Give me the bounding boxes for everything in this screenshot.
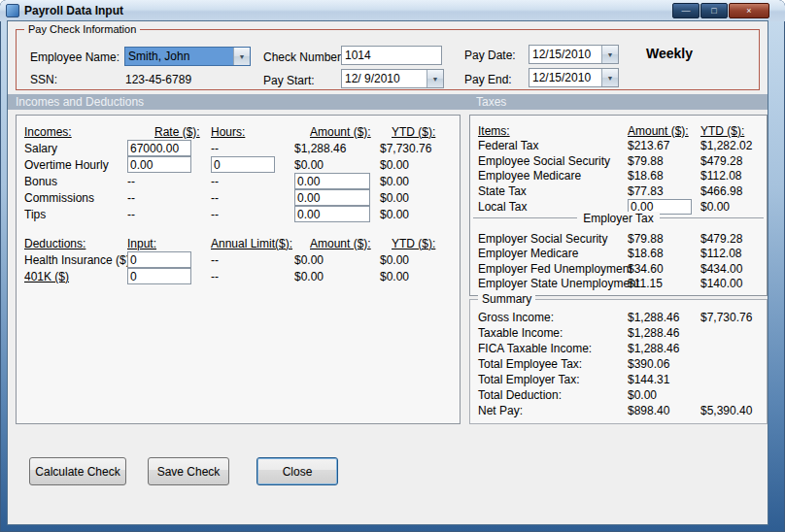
federal-tax-label: Federal Tax xyxy=(478,139,628,152)
salary-amount: $1,288.46 xyxy=(294,142,380,155)
check-number-label: Check Number: xyxy=(263,50,344,64)
health-insurance-input[interactable] xyxy=(127,251,191,268)
state-tax-label: State Tax xyxy=(478,184,628,198)
employee-medicare-row: Employee Medicare $18.68 $112.08 xyxy=(470,169,767,184)
fica-taxable-income-label: FICA Taxable Income: xyxy=(478,342,628,355)
pay-date-label: Pay Date: xyxy=(464,49,516,62)
employer-state-unemployment-amount: $11.15 xyxy=(628,277,700,290)
deductions-col-input: Input: xyxy=(127,237,211,250)
state-tax-amount: $77.83 xyxy=(628,184,700,198)
close-window-button[interactable]: × xyxy=(729,3,769,18)
paycheck-group-label: Pay Check Information xyxy=(24,23,140,35)
health-insurance-label: Health Insurance ($) xyxy=(24,253,127,267)
taxes-col-items: Items: xyxy=(478,124,628,138)
commissions-ytd: $0.00 xyxy=(380,191,460,205)
employer-state-unemployment-label: Employer State Unemployment xyxy=(478,277,628,290)
total-employer-tax-label: Total Employer Tax: xyxy=(478,373,628,386)
minimize-icon: — xyxy=(682,7,691,16)
net-pay-ytd: $5,390.40 xyxy=(700,404,767,417)
tips-hours: -- xyxy=(211,208,294,221)
overtime-ytd: $0.00 xyxy=(380,158,460,172)
employer-state-unemployment-ytd: $140.00 xyxy=(700,277,767,290)
salary-rate-input[interactable] xyxy=(127,140,191,156)
salary-row: Salary -- $1,288.46 $7,730.76 xyxy=(17,140,460,156)
check-number-input[interactable] xyxy=(341,46,442,65)
k401-amount: $0.00 xyxy=(294,270,380,283)
tips-label: Tips xyxy=(24,208,127,221)
chevron-down-icon[interactable]: ▼ xyxy=(601,46,618,63)
bonus-label: Bonus xyxy=(24,175,127,188)
employer-ss-label: Employer Social Security xyxy=(478,232,628,246)
k401-input[interactable] xyxy=(127,268,191,284)
tips-ytd: $0.00 xyxy=(380,208,460,221)
taxes-col-amount: Amount ($): xyxy=(628,124,700,138)
paycheck-info-group: Pay Check Information Employee Name: Smi… xyxy=(16,29,760,90)
employer-medicare-label: Employer Medicare xyxy=(478,247,628,260)
pay-end-picker[interactable]: 12/15/2010 ▼ xyxy=(529,68,619,87)
commissions-amount-input[interactable] xyxy=(294,189,370,206)
health-insurance-ytd: $0.00 xyxy=(380,253,460,267)
federal-tax-row: Federal Tax $213.67 $1,282.02 xyxy=(470,139,767,154)
pay-date-picker[interactable]: 12/15/2010 ▼ xyxy=(529,45,619,64)
employer-medicare-amount: $18.68 xyxy=(628,247,700,260)
total-deduction-amount: $0.00 xyxy=(628,388,700,402)
total-deduction-row: Total Deduction: $0.00 xyxy=(470,387,767,403)
employer-state-unemployment-row: Employer State Unemployment $11.15 $140.… xyxy=(470,277,767,292)
total-employer-tax-amount: $144.31 xyxy=(628,373,700,386)
gross-income-row: Gross Income: $1,288.46 $7,730.76 xyxy=(470,310,767,325)
deductions-header-row: Deductions: Input: Annual Limit($): Amou… xyxy=(17,235,460,251)
k401-row: 401K ($) -- $0.00 $0.00 xyxy=(17,268,460,284)
health-insurance-amount: $0.00 xyxy=(294,253,380,267)
employee-name-value: Smith, John xyxy=(125,48,233,65)
employee-medicare-label: Employee Medicare xyxy=(478,169,628,183)
pay-start-value: 12/ 9/2010 xyxy=(342,70,427,87)
pay-start-picker[interactable]: 12/ 9/2010 ▼ xyxy=(341,69,444,88)
chevron-down-icon[interactable]: ▼ xyxy=(233,48,250,65)
taxes-section-header: Taxes xyxy=(476,95,506,109)
local-tax-ytd: $0.00 xyxy=(700,200,767,214)
close-button[interactable]: Close xyxy=(256,457,338,485)
taxable-income-row: Taxable Income: $1,288.46 xyxy=(470,325,767,341)
commissions-label: Commissions xyxy=(24,191,127,205)
chevron-down-icon[interactable]: ▼ xyxy=(427,70,443,87)
ssn-label: SSN: xyxy=(30,73,57,86)
calculate-check-button[interactable]: Calculate Check xyxy=(29,457,126,485)
federal-tax-amount: $213.67 xyxy=(628,139,700,152)
overtime-label: Overtime Hourly xyxy=(24,158,127,172)
incomes-header-row: Incomes: Rate ($): Hours: Amount ($): YT… xyxy=(17,123,460,140)
bonus-amount-input[interactable] xyxy=(294,173,370,189)
overtime-hours-input[interactable] xyxy=(211,156,275,173)
maximize-icon: □ xyxy=(711,7,716,16)
titlebar[interactable]: Payroll Data Input — □ × xyxy=(0,0,785,21)
summary-group: Summary Gross Income: $1,288.46 $7,730.7… xyxy=(469,299,768,424)
incomes-col-ytd: YTD ($): xyxy=(380,125,460,139)
commissions-row: Commissions -- -- $0.00 xyxy=(17,189,460,206)
save-check-button[interactable]: Save Check xyxy=(148,457,229,485)
pay-end-value: 12/15/2010 xyxy=(529,69,601,86)
overtime-rate-input[interactable] xyxy=(127,156,191,173)
minimize-button[interactable]: — xyxy=(672,3,700,18)
chevron-down-icon[interactable]: ▼ xyxy=(601,69,618,86)
employer-ss-amount: $79.88 xyxy=(628,232,700,246)
total-employee-tax-row: Total Employee Tax: $390.06 xyxy=(470,356,767,372)
salary-label: Salary xyxy=(24,142,127,155)
employee-medicare-amount: $18.68 xyxy=(628,169,700,183)
close-icon: × xyxy=(746,7,751,16)
net-pay-label: Net Pay: xyxy=(478,404,628,417)
federal-tax-ytd: $1,282.02 xyxy=(700,139,767,152)
overtime-row: Overtime Hourly $0.00 $0.00 xyxy=(17,156,460,173)
commissions-rate: -- xyxy=(127,191,211,205)
employer-ss-ytd: $479.28 xyxy=(700,232,767,246)
tips-amount-input[interactable] xyxy=(294,206,370,222)
employee-ss-row: Employee Social Security $79.88 $479.28 xyxy=(470,153,767,169)
maximize-button[interactable]: □ xyxy=(700,3,728,18)
gross-income-ytd: $7,730.76 xyxy=(700,311,767,324)
employee-name-combobox[interactable]: Smith, John ▼ xyxy=(124,47,251,66)
tips-rate: -- xyxy=(127,208,211,221)
payroll-window: Payroll Data Input — □ × Pay Check Infor… xyxy=(0,0,785,532)
summary-group-label: Summary xyxy=(478,292,535,306)
incomes-section-header: Incomes and Deductions xyxy=(16,95,144,109)
employer-fed-unemployment-label: Employer Fed Unemployment xyxy=(478,262,628,276)
employer-fed-unemployment-ytd: $434.00 xyxy=(700,262,767,276)
incomes-panel: Incomes: Rate ($): Hours: Amount ($): YT… xyxy=(16,115,461,424)
